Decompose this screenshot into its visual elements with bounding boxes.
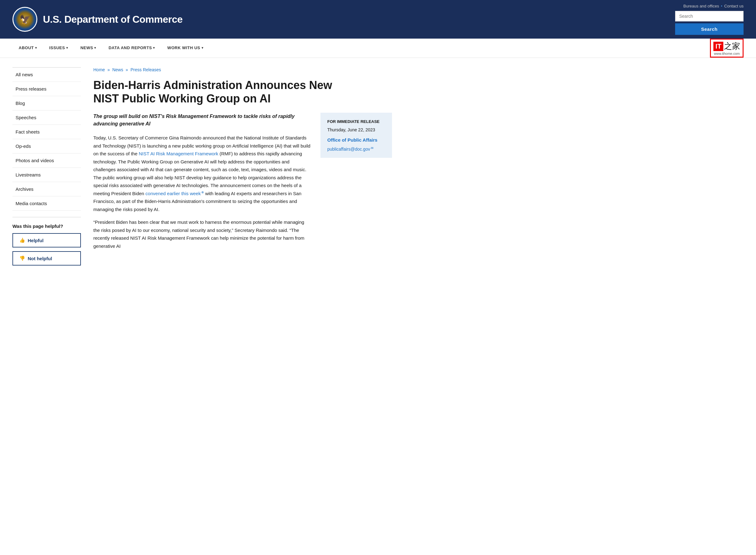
breadcrumb-sep-2: » [126,67,130,72]
nav-item-news[interactable]: NEWS ▾ [74,40,102,57]
helpfulness-title: Was this page helpful? [12,223,81,229]
article-title: Biden-Harris Administration Announces Ne… [93,78,348,105]
nav-bar: ABOUT ▾ ISSUES ▾ NEWS ▾ DATA AND REPORTS… [0,39,756,58]
release-email-link[interactable]: publicaffairs@doc.gov [327,146,373,152]
ithome-it-text: IT [713,42,723,51]
search-input[interactable] [675,11,744,22]
content-area: Home » News » Press Releases Biden-Harri… [93,67,392,269]
sidebar-nav: All news Press releases Blog Speeches Fa… [12,67,81,211]
article-main: The group will build on NIST’s Risk Mana… [93,113,392,255]
release-box: FOR IMMEDIATE RELEASE Thursday, June 22,… [321,113,392,158]
sidebar-item-archives[interactable]: Archives [12,182,81,197]
breadcrumb: Home » News » Press Releases [93,67,392,72]
contact-link[interactable]: Contact us [724,4,744,8]
logo-seal: 🦅 [12,7,37,32]
chevron-down-icon: ▾ [35,46,37,49]
search-button[interactable]: Search [675,23,744,35]
sidebar-divider [12,217,81,217]
nav-item-work[interactable]: WORK WITH US ▾ [161,40,209,57]
sidebar-item-all-news[interactable]: All news [12,68,81,82]
sidebar-item-livestreams[interactable]: Livestreams [12,168,81,182]
chevron-down-icon: ▾ [202,46,203,49]
breadcrumb-news[interactable]: News [112,67,123,72]
dot-separator: • [721,4,722,8]
nav-items: ABOUT ▾ ISSUES ▾ NEWS ▾ DATA AND REPORTS… [12,40,209,57]
not-helpful-button[interactable]: 👎 Not helpful [12,251,81,265]
site-title: U.S. Department of Commerce [43,14,183,25]
sidebar: All news Press releases Blog Speeches Fa… [12,67,81,269]
article-paragraph-1: Today, U.S. Secretary of Commerce Gina R… [93,134,311,213]
sidebar-item-speeches[interactable]: Speeches [12,111,81,125]
nist-rmf-link[interactable]: NIST AI Risk Management Framework [139,151,219,156]
sidebar-item-media-contacts[interactable]: Media contacts [12,197,81,211]
sidebar-item-press-releases[interactable]: Press releases [12,82,81,96]
top-links: Bureaus and offices • Contact us [683,4,744,8]
article-paragraph-2: “President Biden has been clear that we … [93,218,311,250]
chevron-down-icon: ▾ [153,46,155,49]
site-header: 🦅 U.S. Department of Commerce Bureaus an… [0,0,756,39]
search-area: Search [675,11,744,35]
release-label: FOR IMMEDIATE RELEASE [327,119,385,125]
sidebar-item-photos-videos[interactable]: Photos and videos [12,154,81,168]
sidebar-item-fact-sheets[interactable]: Fact sheets [12,125,81,139]
breadcrumb-home[interactable]: Home [93,67,105,72]
sidebar-item-blog[interactable]: Blog [12,96,81,111]
helpfulness-section: Was this page helpful? 👍 Helpful 👎 Not h… [12,223,81,265]
ithome-zh-text: 之家 [724,41,740,52]
chevron-down-icon: ▾ [94,46,96,49]
release-email: publicaffairs@doc.gov [327,146,385,152]
article-body: The group will build on NIST’s Risk Mana… [93,113,311,255]
release-date: Thursday, June 22, 2023 [327,127,385,132]
header-left: 🦅 U.S. Department of Commerce [12,7,183,32]
nav-item-about[interactable]: ABOUT ▾ [12,40,43,57]
breadcrumb-sep: » [107,67,111,72]
ithome-badge-top: IT 之家 [713,41,740,52]
article-subtitle: The group will build on NIST’s Risk Mana… [93,113,311,128]
header-right: Bureaus and offices • Contact us Search [675,4,744,35]
thumbs-up-icon: 👍 [19,238,25,243]
sidebar-item-op-eds[interactable]: Op-eds [12,139,81,154]
helpful-button[interactable]: 👍 Helpful [12,233,81,248]
release-office: Office of Public Affairs [327,137,385,143]
seal-image: 🦅 [13,8,36,31]
chevron-down-icon: ▾ [66,46,68,49]
thumbs-down-icon: 👎 [19,256,25,261]
main-layout: All news Press releases Blog Speeches Fa… [0,58,405,279]
breadcrumb-press-releases[interactable]: Press Releases [131,67,161,72]
bureaus-link[interactable]: Bureaus and offices [683,4,719,8]
nav-item-issues[interactable]: ISSUES ▾ [43,40,74,57]
nav-item-data-reports[interactable]: DATA AND REPORTS ▾ [102,40,161,57]
ithome-badge: IT 之家 www.ithome.com [710,39,744,57]
ithome-url: www.ithome.com [714,52,740,55]
biden-meeting-link[interactable]: convened earlier this week [146,191,204,196]
